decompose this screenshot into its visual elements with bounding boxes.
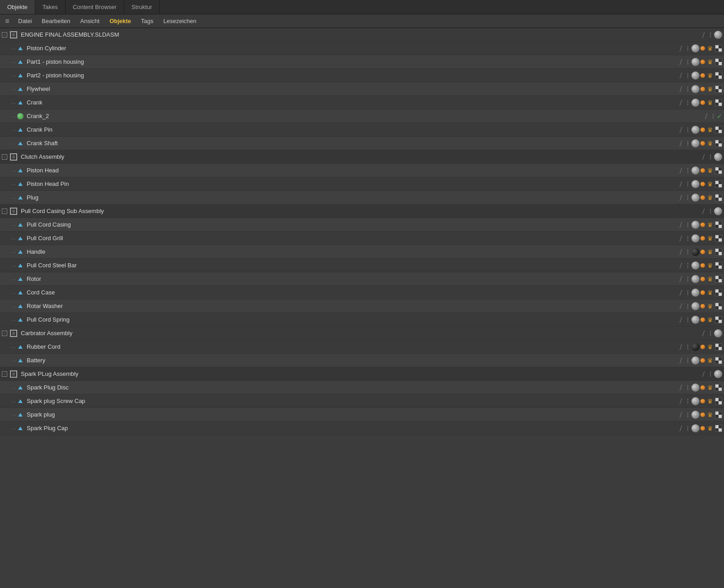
- list-item[interactable]: —Spark plug⧸♛: [0, 408, 724, 422]
- dots-menu-icon[interactable]: [685, 45, 691, 52]
- dots-menu-icon[interactable]: [685, 316, 691, 323]
- list-item[interactable]: -0Pull Cord Casing Sub Assembly⧸: [0, 204, 724, 218]
- list-item[interactable]: —Pull Cord Steel Bar⧸♛: [0, 259, 724, 272]
- dots-menu-icon[interactable]: [685, 194, 691, 201]
- list-item[interactable]: -0Spark PLug Assembly⧸: [0, 367, 724, 381]
- visibility-slash-icon[interactable]: ⧸: [677, 357, 684, 364]
- list-item[interactable]: —Rubber Cord⧸♛: [0, 340, 724, 354]
- dots-menu-icon[interactable]: [685, 235, 691, 242]
- dots-menu-icon[interactable]: [685, 343, 691, 351]
- dots-menu-icon[interactable]: [708, 31, 713, 38]
- visibility-slash-icon[interactable]: ⧸: [677, 85, 684, 93]
- list-item[interactable]: —Spark plug Screw Cap⧸♛: [0, 394, 724, 408]
- dots-menu-icon[interactable]: [685, 289, 691, 296]
- dots-menu-icon[interactable]: [685, 72, 691, 79]
- visibility-slash-icon[interactable]: ⧸: [700, 31, 707, 38]
- list-item[interactable]: —Piston Head⧸♛: [0, 164, 724, 177]
- dots-menu-icon[interactable]: [685, 58, 691, 66]
- dots-menu-icon[interactable]: [685, 126, 691, 133]
- list-item[interactable]: —Pull Cord Casing⧸♛: [0, 218, 724, 232]
- tab-takes[interactable]: Takes: [35, 0, 66, 14]
- collapse-button[interactable]: -: [2, 32, 7, 38]
- dots-menu-icon[interactable]: [710, 113, 716, 120]
- visibility-slash-icon[interactable]: ⧸: [677, 235, 684, 242]
- list-item[interactable]: —Pull Cord Grill⧸♛: [0, 232, 724, 245]
- visibility-slash-icon[interactable]: ⧸: [677, 58, 684, 66]
- visibility-slash-icon[interactable]: ⧸: [677, 384, 684, 391]
- dots-menu-icon[interactable]: [685, 384, 691, 391]
- list-item[interactable]: -0Carbrator Assembly⧸: [0, 327, 724, 340]
- visibility-slash-icon[interactable]: ⧸: [677, 180, 684, 188]
- list-item[interactable]: —Piston Cylinder⧸♛: [0, 42, 724, 55]
- visibility-slash-icon[interactable]: ⧸: [677, 289, 684, 296]
- visibility-slash-icon[interactable]: ⧸: [677, 45, 684, 52]
- menu-lesezeichen[interactable]: Lesezeichen: [159, 17, 201, 25]
- dots-menu-icon[interactable]: [685, 275, 691, 283]
- dots-menu-icon[interactable]: [685, 99, 691, 106]
- list-item[interactable]: —Rotar Washer⧸♛: [0, 299, 724, 313]
- visibility-slash-icon[interactable]: ⧸: [700, 208, 707, 215]
- list-item[interactable]: —Cord Case⧸♛: [0, 286, 724, 299]
- dots-menu-icon[interactable]: [685, 411, 691, 418]
- menu-datei[interactable]: Datei: [14, 17, 36, 25]
- dots-menu-icon[interactable]: [685, 180, 691, 188]
- collapse-button[interactable]: -: [2, 209, 7, 214]
- visibility-slash-icon[interactable]: ⧸: [677, 411, 684, 418]
- dots-menu-icon[interactable]: [685, 248, 691, 256]
- dots-menu-icon[interactable]: [685, 221, 691, 228]
- dots-menu-icon[interactable]: [685, 357, 691, 364]
- list-item[interactable]: —Piston Head Pin⧸♛: [0, 177, 724, 191]
- list-item[interactable]: —Rotor⧸♛: [0, 272, 724, 286]
- visibility-slash-icon[interactable]: ⧸: [677, 126, 684, 133]
- collapse-button[interactable]: -: [2, 154, 7, 160]
- list-item[interactable]: -0ENGINE FINAL ASSEMBLY.SLDASM⧸: [0, 28, 724, 42]
- menu-bearbeiten[interactable]: Bearbeiten: [37, 17, 75, 25]
- dots-menu-icon[interactable]: [685, 303, 691, 310]
- list-item[interactable]: —Battery⧸♛: [0, 354, 724, 367]
- dots-menu-icon[interactable]: [685, 425, 691, 432]
- dots-menu-icon[interactable]: [685, 398, 691, 405]
- list-item[interactable]: —Crank⧸♛: [0, 96, 724, 109]
- visibility-slash-icon[interactable]: ⧸: [677, 99, 684, 106]
- visibility-slash-icon[interactable]: ⧸: [677, 425, 684, 432]
- visibility-slash-icon[interactable]: ⧸: [677, 262, 684, 269]
- menu-hamburger-icon[interactable]: ≡: [2, 16, 13, 27]
- list-item[interactable]: —Crank Pin⧸♛: [0, 123, 724, 137]
- visibility-slash-icon[interactable]: ⧸: [677, 248, 684, 256]
- visibility-slash-icon[interactable]: ⧸: [702, 113, 710, 120]
- visibility-slash-icon[interactable]: ⧸: [677, 343, 684, 351]
- dots-menu-icon[interactable]: [685, 167, 691, 174]
- dots-menu-icon[interactable]: [708, 153, 713, 161]
- collapse-button[interactable]: -: [2, 371, 7, 377]
- list-item[interactable]: —Flywheel⧸♛: [0, 82, 724, 96]
- list-item[interactable]: —Part2 - piston housing⧸♛: [0, 69, 724, 82]
- list-item[interactable]: —Spark Plug Disc⧸♛: [0, 381, 724, 394]
- list-item[interactable]: —Crank_2⧸✓: [0, 109, 724, 123]
- list-item[interactable]: —Handle⧸♛: [0, 245, 724, 259]
- list-item[interactable]: —Crank Shaft⧸♛: [0, 137, 724, 150]
- menu-ansicht[interactable]: Ansicht: [76, 17, 104, 25]
- dots-menu-icon[interactable]: [708, 330, 713, 337]
- dots-menu-icon[interactable]: [685, 140, 691, 147]
- list-item[interactable]: —Spark Plug Cap⧸♛: [0, 422, 724, 435]
- tab-struktur[interactable]: Struktur: [124, 0, 160, 14]
- tab-objekte[interactable]: Objekte: [0, 0, 35, 14]
- dots-menu-icon[interactable]: [685, 85, 691, 93]
- list-item[interactable]: —Pull Cord Spring⧸♛: [0, 313, 724, 327]
- visibility-slash-icon[interactable]: ⧸: [677, 194, 684, 201]
- list-item[interactable]: —Plug⧸♛: [0, 191, 724, 204]
- list-item[interactable]: —Part1 - piston housing⧸♛: [0, 55, 724, 69]
- dots-menu-icon[interactable]: [685, 262, 691, 269]
- visibility-slash-icon[interactable]: ⧸: [700, 370, 707, 378]
- visibility-slash-icon[interactable]: ⧸: [700, 330, 707, 337]
- collapse-button[interactable]: -: [2, 331, 7, 336]
- visibility-slash-icon[interactable]: ⧸: [700, 153, 707, 161]
- list-item[interactable]: -0Clutch Assembly⧸: [0, 150, 724, 164]
- visibility-slash-icon[interactable]: ⧸: [677, 316, 684, 323]
- visibility-slash-icon[interactable]: ⧸: [677, 303, 684, 310]
- visibility-slash-icon[interactable]: ⧸: [677, 72, 684, 79]
- dots-menu-icon[interactable]: [708, 370, 713, 378]
- visibility-slash-icon[interactable]: ⧸: [677, 140, 684, 147]
- visibility-slash-icon[interactable]: ⧸: [677, 221, 684, 228]
- menu-objekte[interactable]: Objekte: [105, 17, 136, 25]
